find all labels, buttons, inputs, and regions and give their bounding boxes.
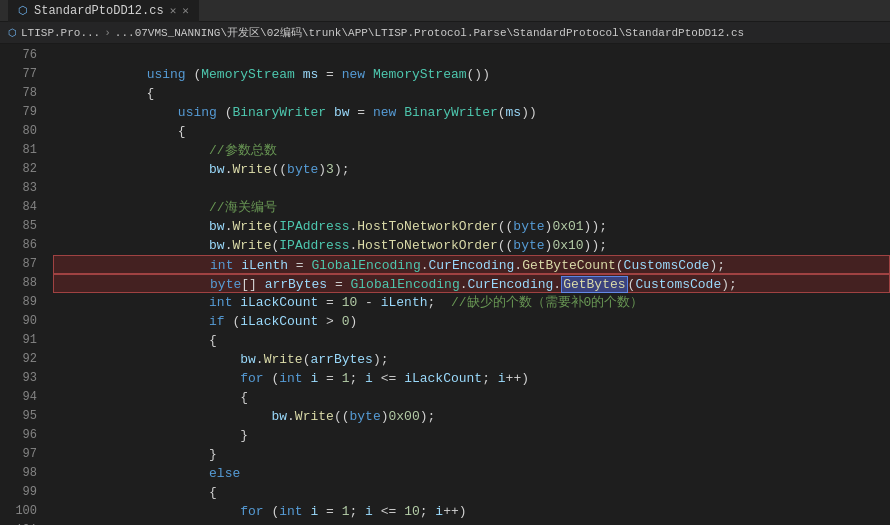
line-num-99: 99 [8,483,37,502]
tab-filename: StandardPtoDD12.cs [34,4,164,18]
line-num-101: 101 [8,521,37,525]
code-line-88: byte[] arrBytes = GlobalEncoding.CurEnco… [53,274,890,293]
code-line-81: //参数总数 [53,141,890,160]
code-line-84: //海关编号 [53,198,890,217]
line-num-83: 83 [8,179,37,198]
line-num-81: 81 [8,141,37,160]
code-line-98: else [53,464,890,483]
line-num-92: 92 [8,350,37,369]
line-num-93: 93 [8,369,37,388]
code-line-86: bw.Write(IPAddress.HostToNetworkOrder((b… [53,236,890,255]
line-num-96: 96 [8,426,37,445]
code-line-92: bw.Write(arrBytes); [53,350,890,369]
code-line-95: bw.Write((byte)0x00); [53,407,890,426]
code-line-93: for (int i = 1; i <= iLackCount; i++) [53,369,890,388]
code-line-78: { [53,84,890,103]
code-line-99: { [53,483,890,502]
code-line-97: } [53,445,890,464]
code-line-94: { [53,388,890,407]
path-separator: › [104,27,111,39]
code-line-85: bw.Write(IPAddress.HostToNetworkOrder((b… [53,217,890,236]
ltisp-icon: ⬡ [8,27,17,39]
line-num-98: 98 [8,464,37,483]
line-num-90: 90 [8,312,37,331]
line-num-100: 100 [8,502,37,521]
code-line-83 [53,179,890,198]
code-line-82: bw.Write((byte)3); [53,160,890,179]
code-line-80: { [53,122,890,141]
line-num-78: 78 [8,84,37,103]
path-full: ...07VMS_NANNING\开发区\02编码\trunk\APP\LTIS… [115,25,744,40]
file-icon: ⬡ [18,4,28,17]
code-area: 76 77 78 79 80 81 82 83 84 85 86 87 88 8… [0,44,890,525]
line-numbers: 76 77 78 79 80 81 82 83 84 85 86 87 88 8… [0,44,45,525]
code-line-79: using (BinaryWriter bw = new BinaryWrite… [53,103,890,122]
code-line-76 [53,46,890,65]
code-line-90: if (iLackCount > 0) [53,312,890,331]
line-num-97: 97 [8,445,37,464]
line-num-80: 80 [8,122,37,141]
line-num-86: 86 [8,236,37,255]
title-bar: ⬡ StandardPtoDD12.cs ✕ ✕ [0,0,890,22]
code-line-96: } [53,426,890,445]
path-bar: ⬡ LTISP.Pro... › ...07VMS_NANNING\开发区\02… [0,22,890,44]
path-text: LTISP.Pro... [21,27,100,39]
line-num-76: 76 [8,46,37,65]
code-line-100: for (int i = 1; i <= 10; i++) [53,502,890,521]
code-line-89: int iLackCount = 10 - iLenth; //缺少的个数（需要… [53,293,890,312]
line-num-91: 91 [8,331,37,350]
line-num-82: 82 [8,160,37,179]
tab-pin[interactable]: ✕ [170,4,177,17]
line-num-85: 85 [8,217,37,236]
code-line-87: int iLenth = GlobalEncoding.CurEncoding.… [53,255,890,274]
tab-close[interactable]: ✕ [182,4,189,17]
line-num-77: 77 [8,65,37,84]
code-line-77: using (MemoryStream ms = new MemoryStrea… [53,65,890,84]
line-num-79: 79 [8,103,37,122]
line-num-88: 88 [8,274,37,293]
code-line-101: { [53,521,890,525]
line-num-95: 95 [8,407,37,426]
editor-tab[interactable]: ⬡ StandardPtoDD12.cs ✕ ✕ [8,0,199,22]
code-content[interactable]: using (MemoryStream ms = new MemoryStrea… [45,44,890,525]
code-line-91: { [53,331,890,350]
line-num-89: 89 [8,293,37,312]
line-num-84: 84 [8,198,37,217]
line-num-94: 94 [8,388,37,407]
line-num-87: 87 [8,255,37,274]
